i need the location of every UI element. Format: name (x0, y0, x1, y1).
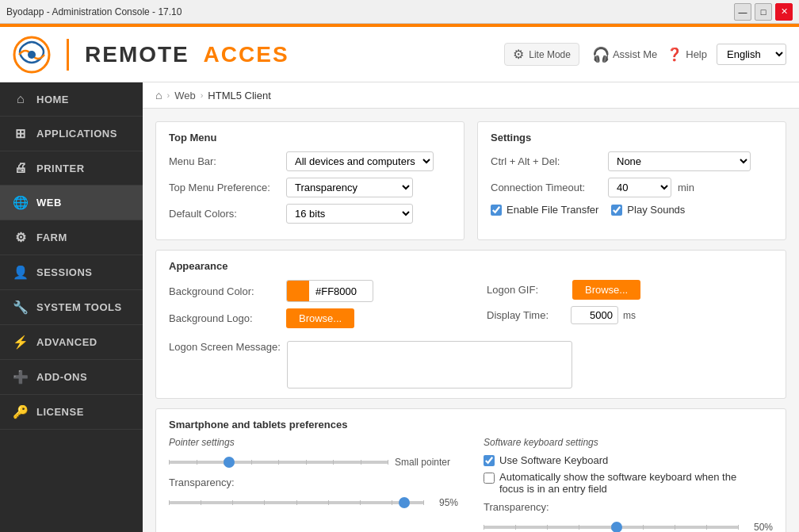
bg-color-row: Background Color: (169, 280, 455, 302)
window-title: Byodapp - Administration Console - 17.10 (6, 6, 793, 17)
settings-section: Settings Ctrl + Alt + Del: None Ctrl+Alt… (477, 121, 786, 240)
header-actions: 🎧 Assist Me ❓ Help English Français Deut… (592, 44, 786, 65)
pointer-transparency-track (169, 501, 424, 504)
bg-logo-browse-button[interactable]: Browse... (286, 308, 354, 328)
pointer-transparency-slider-row: 95% (169, 495, 458, 511)
top-menu-pref-select[interactable]: Transparency Always visible Hidden (286, 178, 413, 197)
license-icon: 🔑 (13, 404, 29, 419)
sidebar-item-advanced[interactable]: ⚡ ADVANCED (0, 325, 143, 360)
enable-file-transfer-checkbox[interactable] (491, 205, 502, 216)
settings-panel: Top Menu Menu Bar: All devices and compu… (143, 109, 799, 532)
content-area: ⌂ › Web › HTML5 Client Top Menu Menu Bar… (143, 82, 799, 532)
assist-me-button[interactable]: 🎧 Assist Me (592, 46, 657, 63)
pointer-transparency-value: 95% (430, 497, 458, 508)
window-controls: — □ ✕ (734, 3, 793, 21)
color-hex-input[interactable] (309, 283, 373, 300)
sidebar-item-farm[interactable]: ⚙ FARM (0, 220, 143, 255)
pointer-transparency-label: Transparency: (169, 477, 235, 488)
connection-timeout-label: Connection Timeout: (491, 182, 602, 193)
add-ons-icon: ➕ (13, 369, 29, 385)
pointer-transparency-thumb[interactable] (399, 497, 410, 508)
sidebar-item-advanced-label: ADVANCED (36, 336, 97, 348)
help-icon: ❓ (667, 47, 682, 62)
maximize-button[interactable]: □ (755, 3, 772, 21)
display-time-input[interactable] (571, 306, 618, 324)
appearance-title: Appearance (169, 260, 773, 272)
software-keyboard-col: Software keyboard settings Use Software … (484, 437, 773, 532)
sidebar-item-web[interactable]: 🌐 WEB (0, 186, 143, 220)
use-software-kb-row: Use Software Keyboard (484, 454, 773, 466)
connection-timeout-row: Connection Timeout: 40 30 60 min (491, 178, 773, 197)
breadcrumb-home-icon[interactable]: ⌂ (155, 89, 162, 101)
titlebar: Byodapp - Administration Console - 17.10… (0, 0, 799, 24)
kb-transparency-slider-container (484, 519, 739, 532)
sidebar-item-system-tools-label: SYSTEM TOOLS (36, 301, 122, 313)
sidebar-item-home[interactable]: ⌂ HOME (0, 82, 143, 117)
enable-file-transfer-label: Enable File Transfer (507, 204, 598, 216)
ctrl-alt-del-row: Ctrl + Alt + Del: None Ctrl+Alt+Del (491, 151, 773, 171)
pointer-col: Pointer settings (169, 437, 458, 532)
display-time-label: Display Time: (487, 309, 566, 321)
top-menu-pref-label: Top Menu Preference: (169, 182, 280, 193)
smartphone-section: Smartphone and tablets preferences Point… (155, 408, 786, 532)
appearance-section: Appearance Background Color: Background … (155, 250, 786, 399)
sidebar-item-license[interactable]: 🔑 LICENSE (0, 395, 143, 430)
assist-me-label: Assist Me (613, 48, 657, 60)
default-colors-row: Default Colors: 16 bits 32 bits 256 colo… (169, 204, 451, 224)
sidebar-item-license-label: LICENSE (36, 406, 84, 418)
logo-area: REMOTE ACCES (13, 36, 289, 74)
logon-message-row: Logon Screen Message: (169, 341, 773, 388)
pointer-slider-track (169, 461, 388, 464)
logo-divider (67, 39, 69, 71)
auto-show-kb-label: Automatically show the software keyboard… (499, 471, 737, 495)
logon-screen-msg-textarea[interactable] (287, 341, 572, 388)
settings-title: Settings (491, 132, 773, 144)
logo-icon (13, 36, 51, 74)
connection-timeout-select[interactable]: 40 30 60 (608, 178, 671, 197)
kb-transparency-thumb[interactable] (611, 522, 622, 532)
bg-color-picker[interactable] (286, 280, 373, 302)
sidebar-item-sessions[interactable]: 👤 SESSIONS (0, 255, 143, 290)
assist-icon: 🎧 (592, 46, 610, 63)
pointer-slider-label: Small pointer (395, 457, 458, 468)
main-layout: ⌂ HOME ⊞ APPLICATIONS 🖨 PRINTER 🌐 WEB ⚙ … (0, 82, 799, 532)
logo-text-remote: REMOTE (85, 42, 189, 67)
use-software-kb-checkbox[interactable] (484, 455, 495, 466)
sidebar-item-system-tools[interactable]: 🔧 SYSTEM TOOLS (0, 290, 143, 325)
sidebar-item-add-ons[interactable]: ➕ ADD-ONS (0, 360, 143, 395)
lite-mode-button[interactable]: ⚙ Lite Mode (504, 43, 579, 66)
smartphone-title: Smartphone and tablets preferences (169, 419, 773, 431)
bg-color-label: Background Color: (169, 285, 280, 297)
play-sounds-row: Play Sounds (611, 204, 685, 216)
auto-show-kb-checkbox[interactable] (484, 473, 495, 484)
menu-bar-select[interactable]: All devices and computers None Custom (286, 151, 434, 171)
pointer-transparency-slider-container (169, 495, 424, 511)
default-colors-select[interactable]: 16 bits 32 bits 256 colors (286, 204, 413, 224)
play-sounds-checkbox[interactable] (611, 205, 622, 216)
language-select[interactable]: English Français Deutsch Español (717, 44, 786, 65)
sidebar-item-printer[interactable]: 🖨 PRINTER (0, 151, 143, 186)
help-button[interactable]: ❓ Help (667, 47, 707, 62)
sidebar-item-applications-label: APPLICATIONS (36, 128, 117, 140)
minimize-button[interactable]: — (734, 3, 751, 21)
sidebar-item-applications[interactable]: ⊞ APPLICATIONS (0, 117, 143, 151)
logo-text: REMOTE ACCES (85, 42, 289, 67)
sessions-icon: 👤 (13, 265, 29, 280)
pointer-slider-thumb[interactable] (224, 457, 235, 468)
breadcrumb-web[interactable]: Web (174, 90, 196, 101)
sidebar: ⌂ HOME ⊞ APPLICATIONS 🖨 PRINTER 🌐 WEB ⚙ … (0, 82, 143, 532)
appearance-left-col: Background Color: Background Logo: Brows… (169, 280, 455, 335)
pointer-slider-row: Small pointer (169, 454, 458, 470)
enable-file-transfer-row: Enable File Transfer (491, 204, 598, 216)
close-button[interactable]: ✕ (775, 3, 793, 21)
logon-gif-label: Logon GIF: (487, 284, 566, 296)
advanced-icon: ⚡ (13, 335, 29, 350)
logon-gif-browse-button[interactable]: Browse... (572, 280, 640, 300)
printer-icon: 🖨 (13, 161, 29, 175)
breadcrumb-sep-2: › (201, 90, 204, 100)
kb-transparency-value: 50% (745, 522, 773, 532)
color-swatch (287, 281, 309, 301)
ctrl-alt-del-select[interactable]: None Ctrl+Alt+Del (608, 151, 751, 171)
pointer-slider-container (169, 454, 388, 470)
ctrl-alt-del-label: Ctrl + Alt + Del: (491, 155, 602, 167)
